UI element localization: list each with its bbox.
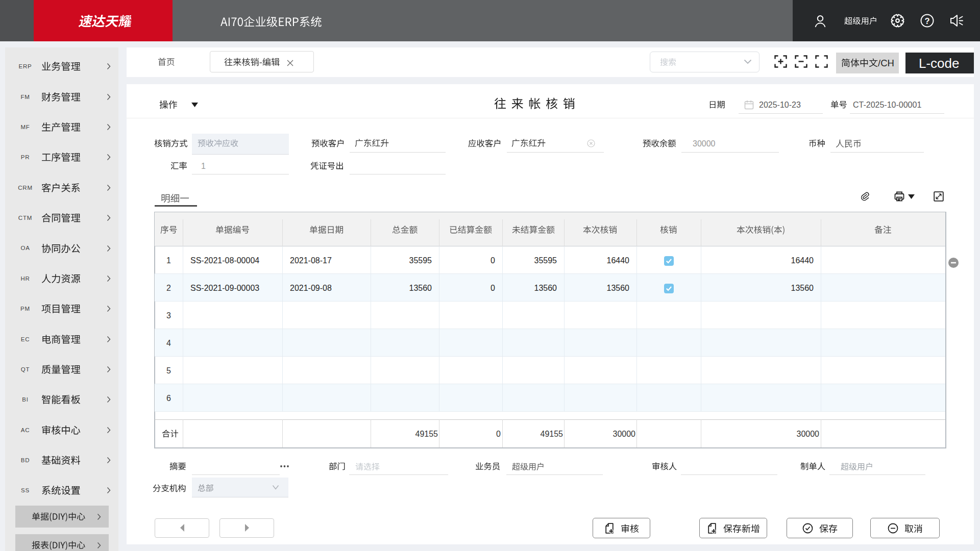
svg-text:?: ?	[924, 16, 929, 26]
